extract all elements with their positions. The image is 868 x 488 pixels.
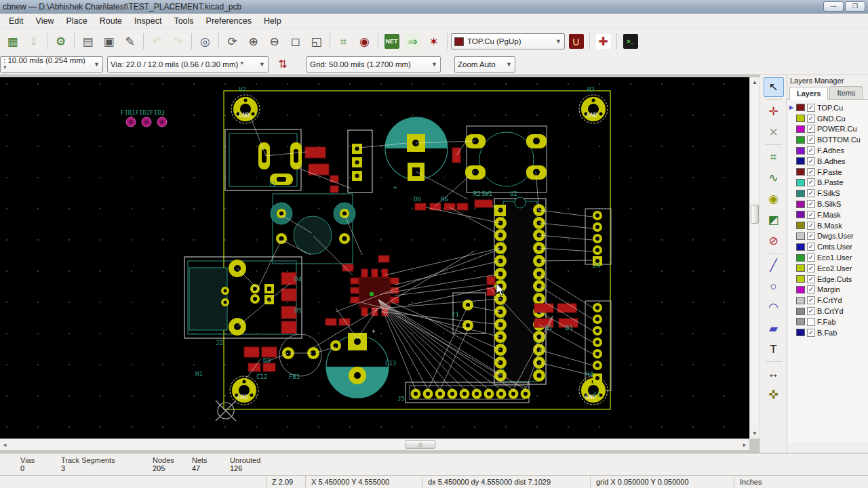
layer-color-swatch[interactable] bbox=[796, 168, 805, 176]
layer-color-swatch[interactable] bbox=[796, 104, 805, 111]
zoom-out-button[interactable]: ⊖ bbox=[264, 32, 284, 52]
layer-color-swatch[interactable] bbox=[796, 254, 805, 262]
layer-color-swatch[interactable] bbox=[796, 275, 805, 283]
add-via-button[interactable]: ◉ bbox=[764, 189, 784, 209]
layer-color-swatch[interactable] bbox=[796, 222, 805, 229]
layer-row-b-mask[interactable]: ✓B.Mask bbox=[789, 220, 868, 231]
layer-visibility-checkbox[interactable]: ✓ bbox=[807, 285, 815, 293]
menu-item-route[interactable]: Route bbox=[94, 15, 128, 27]
layer-visibility-checkbox[interactable]: ✓ bbox=[807, 329, 815, 337]
track-width-select[interactable]: : 10.00 mils (0.254 mm) * ▼ bbox=[0, 56, 103, 73]
layer-row-edge-cuts[interactable]: ✓Edge.Cuts bbox=[789, 274, 868, 285]
grid-select[interactable]: Grid: 50.00 mils (1.2700 mm) ▼ bbox=[307, 56, 441, 73]
scroll-right-icon[interactable]: ▸ bbox=[740, 439, 749, 450]
plot-button[interactable]: ✎ bbox=[120, 32, 140, 52]
ratsnest-button[interactable]: ✕ bbox=[764, 123, 784, 142]
menu-item-place[interactable]: Place bbox=[60, 15, 93, 27]
tab-layers[interactable]: Layers bbox=[789, 87, 828, 100]
layer-visibility-checkbox[interactable]: ✓ bbox=[807, 307, 815, 315]
horizontal-scroll-thumb[interactable]: ||| bbox=[406, 440, 435, 449]
add-keepout-button[interactable]: ⊘ bbox=[764, 231, 784, 251]
layer-row-f-crtyd[interactable]: ✓F.CrtYd bbox=[789, 295, 868, 306]
refresh-button[interactable]: ⟳ bbox=[222, 32, 242, 52]
layer-color-swatch[interactable] bbox=[796, 190, 805, 197]
zoom-fit-button[interactable]: ◻ bbox=[285, 32, 305, 52]
layer-row-f-mask[interactable]: ✓F.Mask bbox=[789, 209, 868, 220]
layer-row-bottom-cu[interactable]: ✓BOTTOM.Cu bbox=[789, 134, 868, 145]
scripting-console-button[interactable]: >_ bbox=[620, 32, 640, 52]
layer-row-f-silks[interactable]: ✓F.SilkS bbox=[789, 188, 868, 199]
layer-row-f-paste[interactable]: ✓F.Paste bbox=[789, 167, 868, 178]
layer-row-margin[interactable]: ✓Margin bbox=[789, 285, 868, 296]
layer-color-swatch[interactable] bbox=[796, 147, 805, 155]
menu-item-help[interactable]: Help bbox=[258, 15, 288, 27]
menu-item-inspect[interactable]: Inspect bbox=[128, 15, 167, 27]
layer-color-swatch[interactable] bbox=[796, 318, 805, 325]
layer-row-eco1-user[interactable]: ✓Eco1.User bbox=[789, 252, 868, 263]
add-footprint-button[interactable]: ⌗ bbox=[764, 147, 784, 167]
vertical-scrollbar[interactable]: ▲ ▼ bbox=[749, 77, 760, 439]
zoom-in-button[interactable]: ⊕ bbox=[243, 32, 263, 52]
find-button[interactable]: ◎ bbox=[195, 32, 215, 52]
footprint-editor-button[interactable]: ⌗ bbox=[334, 32, 353, 52]
layer-row-gnd-cu[interactable]: ✓GND.Cu bbox=[789, 113, 868, 124]
layer-row-f-adhes[interactable]: ✓F.Adhes bbox=[789, 145, 868, 156]
layer-color-swatch[interactable] bbox=[796, 286, 805, 293]
layer-visibility-checkbox[interactable]: ✓ bbox=[807, 275, 815, 283]
layer-row-b-adhes[interactable]: ✓B.Adhes bbox=[789, 156, 868, 167]
layer-visibility-checkbox[interactable]: ✓ bbox=[807, 211, 815, 219]
layer-color-swatch[interactable] bbox=[796, 243, 805, 251]
add-line-button[interactable]: ╱ bbox=[764, 256, 784, 275]
layer-color-swatch[interactable] bbox=[796, 264, 805, 272]
layer-visibility-checkbox[interactable]: ✓ bbox=[807, 232, 815, 240]
tab-items[interactable]: Items bbox=[829, 86, 863, 99]
add-circle-button[interactable]: ○ bbox=[764, 277, 784, 296]
layer-color-swatch[interactable] bbox=[796, 308, 805, 315]
layer-color-swatch[interactable] bbox=[796, 232, 805, 240]
layer-visibility-checkbox[interactable]: ✓ bbox=[807, 178, 815, 186]
layer-color-swatch[interactable] bbox=[796, 115, 805, 122]
layer-color-swatch[interactable] bbox=[796, 297, 805, 304]
select-tool-button[interactable]: ↖ bbox=[764, 77, 784, 97]
layer-row-eco2-user[interactable]: ✓Eco2.User bbox=[789, 263, 868, 274]
layer-row-top-cu[interactable]: ▶✓TOP.Cu bbox=[789, 102, 868, 113]
place-origin-button[interactable]: ✜ bbox=[764, 385, 784, 405]
layer-visibility-checkbox[interactable]: ✓ bbox=[807, 189, 815, 197]
menu-item-tools[interactable]: Tools bbox=[167, 15, 199, 27]
layer-visibility-checkbox[interactable]: ✓ bbox=[807, 243, 815, 251]
scroll-left-icon[interactable]: ◂ bbox=[0, 439, 9, 450]
layer-row-dwgs-user[interactable]: ✓Dwgs.User bbox=[789, 231, 868, 242]
auto-track-width-button[interactable]: ⇅ bbox=[273, 56, 293, 73]
update-pcb-button[interactable]: ⇒ bbox=[403, 32, 422, 52]
highlight-net-button[interactable]: ✛ bbox=[764, 102, 784, 121]
active-layer-select[interactable]: TOP.Cu (PgUp)▼ bbox=[451, 33, 565, 49]
horizontal-scrollbar[interactable]: ◂ ||| ▸ bbox=[0, 439, 749, 450]
restore-button[interactable]: ❐ bbox=[845, 1, 865, 12]
add-text-button[interactable]: T bbox=[764, 340, 784, 359]
layer-row-power-cu[interactable]: ✓POWER.Cu bbox=[789, 124, 868, 135]
print-button[interactable]: ▣ bbox=[99, 32, 119, 52]
layer-visibility-checkbox[interactable] bbox=[807, 318, 815, 326]
layer-visibility-checkbox[interactable]: ✓ bbox=[807, 253, 815, 262]
layer-color-swatch[interactable] bbox=[796, 201, 805, 208]
menu-item-edit[interactable]: Edit bbox=[3, 15, 30, 27]
minimize-button[interactable]: — bbox=[823, 1, 844, 12]
scroll-up-icon[interactable]: ▲ bbox=[750, 77, 760, 87]
layer-row-b-silks[interactable]: ✓B.SilkS bbox=[789, 199, 868, 209]
route-tracks-button[interactable]: ∿ bbox=[764, 168, 784, 188]
layer-color-swatch[interactable] bbox=[796, 211, 805, 218]
layer-color-swatch[interactable] bbox=[796, 329, 805, 336]
layer-visibility-checkbox[interactable]: ✓ bbox=[807, 115, 815, 123]
open-board-button[interactable]: ▦ bbox=[3, 32, 22, 52]
add-polygon-button[interactable]: ▰ bbox=[764, 319, 784, 338]
pcb-canvas[interactable]: FID1FID2FID3H2H3H1H4GNDGNDGNDGNDSW1U2J4J… bbox=[0, 77, 749, 439]
layer-visibility-checkbox[interactable]: ✓ bbox=[807, 125, 815, 133]
layer-visibility-checkbox[interactable]: ✓ bbox=[807, 168, 815, 176]
layer-color-swatch[interactable] bbox=[796, 125, 805, 133]
layer-visibility-checkbox[interactable]: ✓ bbox=[807, 136, 815, 144]
via-size-select[interactable]: Via: 22.0 / 12.0 mils (0.56 / 0.30 mm) *… bbox=[107, 56, 269, 73]
layer-row-b-crtyd[interactable]: ✓B.CrtYd bbox=[789, 306, 868, 317]
zoom-select[interactable]: Zoom Auto ▼ bbox=[454, 56, 515, 73]
page-settings-button[interactable]: ▤ bbox=[78, 32, 98, 52]
add-arc-button[interactable]: ◠ bbox=[764, 298, 784, 317]
